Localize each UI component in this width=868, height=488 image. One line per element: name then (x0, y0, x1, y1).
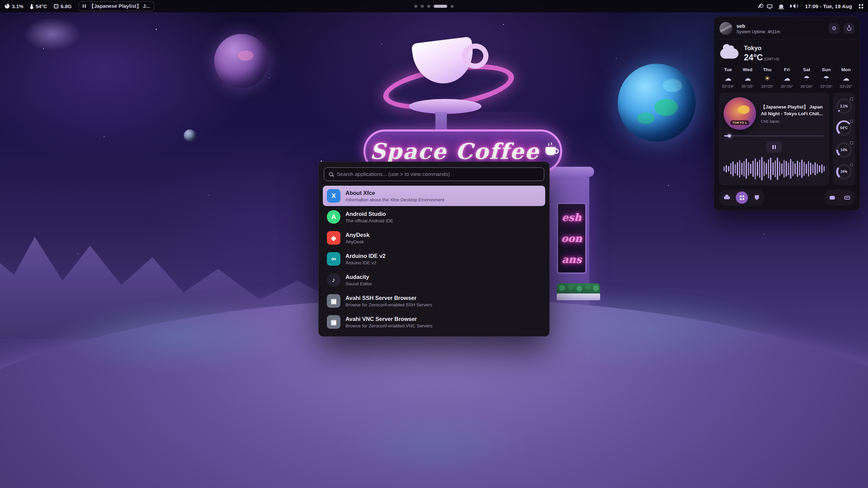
forecast-day-label: Mon (841, 67, 851, 72)
forecast-day-label: Wed (743, 67, 752, 72)
topbar-now-playing[interactable]: 【Japanese Playlist】 J... (78, 1, 154, 11)
volume-icon[interactable] (790, 4, 798, 8)
workspace-dot[interactable] (451, 5, 454, 8)
notifications-bell-icon[interactable] (779, 4, 783, 8)
user-section: seb System Uptime: 4h11m ⚙ (719, 21, 855, 38)
shop-window: esh oon ans (557, 203, 587, 274)
media-section: TOKYO L 【Japanese Playlist】 Japan All Ni… (719, 93, 855, 185)
weather-section: Tokyo 24°C(GMT+9) (719, 43, 855, 67)
neon-window-text: ans (562, 253, 581, 265)
memory-icon (54, 4, 58, 8)
avahi-vnc-icon: ▣ (327, 315, 340, 329)
forecast-temps: 33°/26° (761, 84, 773, 88)
forecast-day: Sun ☂ 33°/26° (817, 67, 835, 88)
display-icon[interactable] (767, 4, 772, 8)
weather-forecast: Tue ☁ 33°/24° Wed ☁ 35°/25° Thu ☀ 33°/26… (719, 67, 855, 93)
cpu-value: 3.1% (12, 3, 23, 9)
launcher-item[interactable]: ▣ Avahi VNC Server Browser Browse for Ze… (323, 312, 545, 332)
track-title-line2: All Night - Tokyo LoFi Chill... (761, 110, 823, 117)
gauge-ring: 54°C (836, 120, 852, 136)
launcher-item[interactable]: A Android Studio The official Android ID… (323, 207, 545, 227)
forecast-temps: 33°/26° (840, 84, 852, 88)
gauge-icon (850, 163, 853, 166)
control-panel: seb System Uptime: 4h11m ⚙ Tokyo 24°C(GM… (714, 16, 860, 211)
topbar-stats: 3.1% 54°C 6.8G 【Japanese Playlist】 J... (5, 1, 154, 11)
settings-button[interactable]: ⚙ (829, 23, 840, 34)
thermometer-icon (31, 4, 33, 8)
search-bar[interactable] (324, 167, 544, 181)
cpu-stat: 3.1% (5, 3, 23, 9)
avatar (719, 22, 732, 35)
neon-sign-text: Space Coffee (370, 139, 540, 164)
launcher-item[interactable]: ▣ Avahi SSH Server Browser Browse for Ze… (323, 291, 545, 311)
search-input[interactable] (337, 171, 539, 177)
forecast-day: Sat ☂ 36°/26° (797, 67, 816, 88)
gauge-ring: 14% (836, 142, 852, 158)
workspace-indicator (414, 0, 454, 12)
forecast-temps: 33°/24° (722, 84, 734, 88)
neon-window-text: oon (561, 232, 582, 244)
system-gauge: 24% (836, 163, 852, 181)
quick-actions-right (824, 189, 855, 206)
audacity-icon: ♪ (327, 273, 340, 287)
cloud-button[interactable] (721, 191, 733, 204)
workspace-dot-active[interactable] (434, 5, 447, 8)
gauge-label: 24% (841, 170, 847, 174)
weather-timezone: (GMT+9) (764, 57, 779, 61)
workspace-dot[interactable] (427, 5, 430, 8)
gauge-label: 3.1% (840, 104, 848, 108)
app-subtitle: Browse for Zeroconf-enabled SSH Servers (346, 302, 432, 307)
topbar-tray: 17:09 - Tue, 19 Aug (759, 3, 863, 9)
track-title-line1: 【Japanese Playlist】 Japan (761, 104, 823, 110)
app-title: Avahi VNC Server Browser (346, 316, 433, 322)
launcher-item[interactable]: ♪ Audacity Sound Editor (323, 270, 545, 290)
media-player: TOKYO L 【Japanese Playlist】 Japan All Ni… (719, 93, 829, 185)
workspace-dot[interactable] (421, 5, 424, 8)
sign-pole (435, 112, 447, 131)
system-gauge: 14% (836, 141, 852, 159)
memory-value: 6.8G (61, 3, 72, 9)
shield-button[interactable] (751, 191, 763, 204)
apps-button[interactable] (736, 191, 748, 204)
app-title: Android Studio (346, 211, 393, 217)
power-button[interactable] (844, 23, 854, 34)
workspace-dot[interactable] (414, 5, 417, 8)
app-title: AnyDesk (346, 232, 370, 238)
video-icon (830, 196, 835, 200)
progress-handle[interactable] (728, 134, 731, 138)
forecast-day-label: Thu (763, 67, 772, 72)
weather-icon: ☁ (843, 75, 849, 82)
launcher-item[interactable]: X About Xfce Information about the Xfce … (323, 186, 545, 206)
player-progress[interactable] (724, 135, 824, 137)
weather-cloud-icon (720, 48, 738, 59)
avahi-ssh-icon: ▣ (327, 294, 340, 308)
android-studio-icon: A (327, 210, 340, 224)
screen-record-button[interactable] (826, 191, 838, 204)
pause-icon (772, 145, 776, 149)
forecast-day: Fri ☁ 35°/26° (778, 67, 796, 88)
gauge-icon (850, 120, 853, 123)
app-grid-icon[interactable] (859, 4, 863, 8)
apps-grid-icon (740, 196, 744, 200)
quick-actions (719, 189, 855, 206)
weather-icon: ☁ (744, 75, 751, 82)
forecast-day: Thu ☀ 33°/26° (758, 67, 776, 88)
memory-stat: 6.8G (54, 3, 72, 9)
forecast-temps: 35°/26° (781, 84, 793, 88)
clock[interactable]: 17:09 - Tue, 19 Aug (805, 3, 852, 9)
weather-icon: ☀ (764, 75, 770, 82)
gauge-label: 54°C (840, 126, 848, 130)
play-pause-button[interactable] (766, 141, 782, 153)
now-playing-text: 【Japanese Playlist】 J... (89, 3, 150, 9)
keyboard-button[interactable] (841, 191, 853, 204)
audio-waveform (724, 156, 825, 181)
temperature-value: 54°C (36, 3, 47, 9)
top-bar: 3.1% 54°C 6.8G 【Japanese Playlist】 J... … (0, 0, 868, 12)
weather-icon: ☁ (725, 75, 731, 82)
launcher-item[interactable]: ∞ Arduino IDE v2 Arduino IDE v2 (323, 249, 545, 269)
launcher-item[interactable]: ◆ AnyDesk AnyDesk (323, 228, 545, 248)
app-subtitle: Browse for Zeroconf-enabled VNC Servers (346, 323, 433, 328)
forecast-temps: 35°/25° (742, 84, 754, 88)
app-subtitle: Arduino IDE v2 (346, 260, 386, 265)
tools-icon[interactable] (759, 4, 760, 8)
